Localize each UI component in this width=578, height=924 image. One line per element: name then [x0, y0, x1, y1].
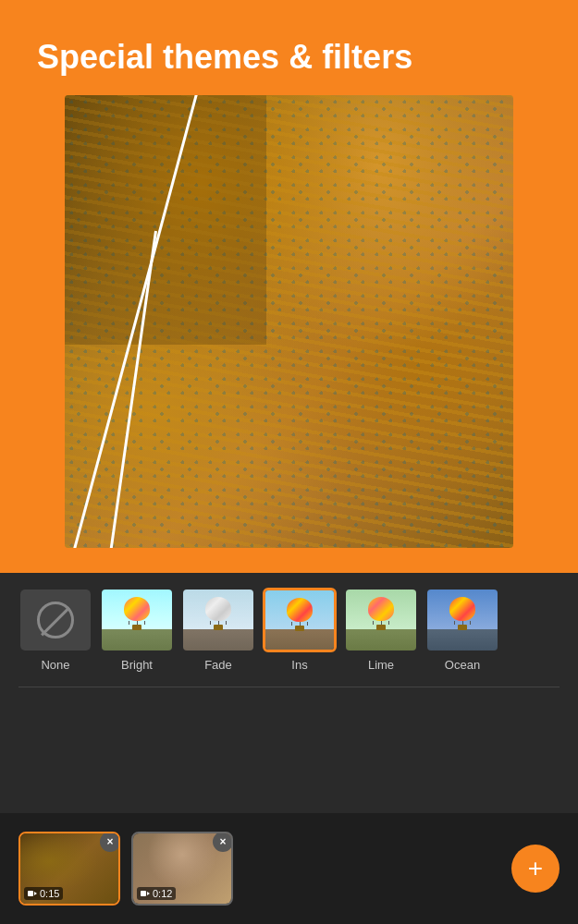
filter-label-lime: Lime: [368, 658, 394, 672]
balloon-line: [137, 621, 138, 625]
svg-rect-2: [141, 891, 146, 896]
filter-item-none[interactable]: None: [18, 588, 92, 672]
balloon-ocean: [449, 597, 475, 626]
timeline-clip-2[interactable]: × 0:12: [131, 832, 233, 906]
balloon-line: [129, 621, 129, 625]
balloon-basket: [132, 625, 141, 630]
balloon-body-ins: [287, 598, 313, 622]
filter-item-lime[interactable]: Lime: [344, 588, 418, 672]
filter-row: None: [0, 573, 578, 687]
add-clip-button[interactable]: +: [511, 845, 560, 893]
video-icon-2: [141, 890, 150, 897]
svg-marker-3: [147, 892, 150, 895]
balloon-body-fade: [205, 597, 231, 621]
filter-label-fade: Fade: [204, 658, 232, 672]
balloon-thumb-ocean: [427, 590, 498, 650]
balloon-lines: [205, 621, 231, 625]
balloon-bright: [124, 597, 150, 626]
balloon-lines: [124, 621, 150, 625]
balloon-ground-lime: [346, 629, 416, 650]
balloon-thumb-lime: [346, 590, 416, 650]
filter-thumb-none: [18, 588, 92, 652]
balloon-line: [300, 622, 301, 626]
clip-duration-2: 0:12: [137, 887, 176, 900]
balloon-body-ocean: [449, 597, 475, 621]
balloon-lines: [368, 621, 394, 625]
balloon-lime: [368, 597, 394, 626]
balloon-basket: [376, 625, 386, 630]
page-title: Special themes & filters: [37, 37, 541, 77]
no-filter-icon: [37, 602, 74, 638]
filter-thumb-fade: [181, 588, 255, 652]
filter-thumb-ocean: [425, 588, 499, 652]
balloon-line: [373, 621, 374, 625]
filter-thumb-ins: [263, 588, 337, 652]
balloon-line: [307, 622, 308, 626]
balloon-fade: [205, 597, 231, 626]
filter-label-none: None: [41, 658, 69, 672]
filter-panel: None: [0, 573, 578, 924]
balloon-line: [462, 621, 463, 625]
timeline-clip-1[interactable]: × 0:15: [18, 832, 120, 906]
timeline-section: × 0:15 × 0:12 +: [0, 813, 578, 924]
balloon-body-lime: [368, 597, 394, 621]
balloon-line: [144, 621, 145, 625]
svg-marker-1: [34, 892, 37, 895]
video-icon-1: [28, 890, 37, 897]
filter-item-ins[interactable]: Ins: [263, 588, 337, 672]
balloon-lines: [449, 621, 475, 625]
filter-item-ocean[interactable]: Ocean: [425, 588, 499, 672]
balloon-ground-ins: [265, 629, 334, 650]
filter-divider: [18, 687, 560, 687]
close-clip-1-button[interactable]: ×: [100, 832, 120, 852]
balloon-thumb-bright: [102, 590, 172, 650]
filter-thumb-lime: [344, 588, 418, 652]
filter-item-bright[interactable]: Bright: [100, 588, 174, 672]
balloon-body-bright: [124, 597, 150, 621]
clip-duration-1: 0:15: [24, 887, 63, 900]
balloon-line: [210, 621, 211, 625]
balloon-line: [388, 621, 389, 625]
filter-label-ocean: Ocean: [445, 658, 480, 672]
filter-none-bg: [20, 590, 91, 650]
balloon-line: [218, 621, 219, 625]
balloon-basket: [458, 625, 467, 630]
filter-label-bright: Bright: [121, 658, 153, 672]
balloon-thumb-ins: [265, 590, 334, 650]
left-shadow: [65, 95, 266, 345]
svg-rect-0: [28, 891, 33, 896]
balloon-lines: [287, 622, 313, 626]
filter-thumb-bright: [100, 588, 174, 652]
balloon-basket: [295, 626, 304, 631]
balloon-ground-fade: [183, 629, 253, 650]
balloon-line: [381, 621, 382, 625]
balloon-thumb-fade: [183, 590, 253, 650]
balloon-line: [454, 621, 455, 625]
balloon-ground-bright: [102, 629, 172, 650]
balloon-line: [470, 621, 471, 625]
balloon-basket: [214, 625, 223, 630]
filter-item-fade[interactable]: Fade: [181, 588, 255, 672]
header: Special themes & filters: [0, 0, 578, 95]
balloon-ground-ocean: [427, 629, 498, 650]
main-preview: [65, 95, 513, 548]
balloon-line: [226, 621, 227, 625]
filter-label-ins: Ins: [291, 658, 307, 672]
balloon-ins: [287, 598, 313, 627]
close-clip-2-button[interactable]: ×: [213, 832, 233, 852]
balloon-line: [291, 622, 292, 626]
